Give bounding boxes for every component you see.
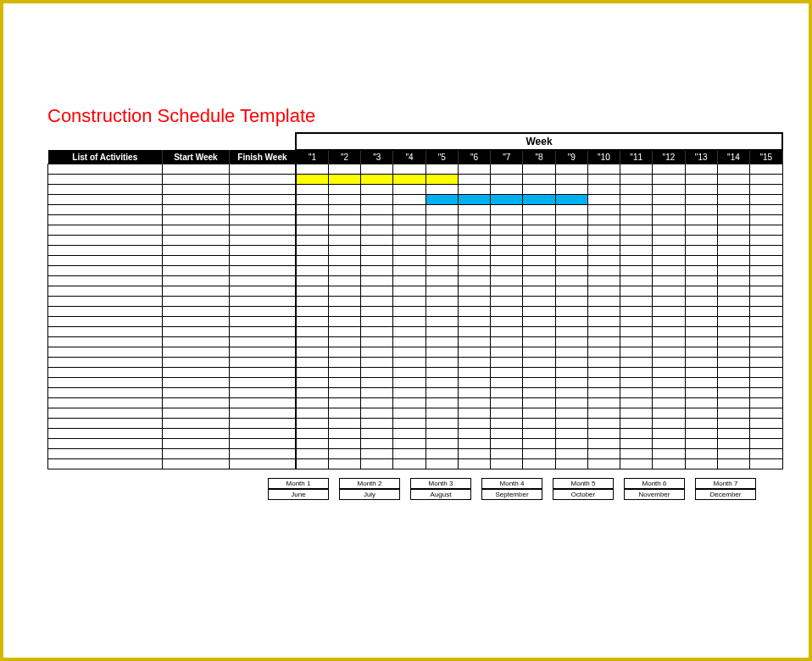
gantt-cell[interactable] [458, 175, 490, 185]
gantt-cell[interactable] [491, 286, 523, 297]
gantt-cell[interactable] [491, 246, 523, 256]
gantt-cell[interactable] [620, 276, 653, 286]
cell-activity[interactable] [48, 327, 163, 337]
gantt-cell[interactable] [393, 439, 425, 449]
gantt-cell[interactable] [491, 175, 523, 185]
gantt-cell[interactable] [523, 337, 555, 347]
gantt-cell[interactable] [425, 276, 458, 286]
gantt-cell[interactable] [458, 459, 490, 469]
cell-activity[interactable] [48, 429, 163, 439]
cell-finish[interactable] [229, 388, 296, 398]
gantt-cell[interactable] [491, 266, 523, 276]
gantt-cell[interactable] [523, 429, 555, 439]
gantt-cell[interactable] [296, 225, 328, 236]
gantt-cell[interactable] [296, 388, 328, 398]
gantt-cell[interactable] [393, 368, 425, 378]
gantt-cell[interactable] [587, 246, 620, 256]
gantt-cell[interactable] [523, 347, 555, 358]
gantt-cell[interactable] [523, 449, 555, 459]
gantt-cell[interactable] [587, 317, 620, 327]
gantt-cell[interactable] [425, 256, 458, 266]
gantt-cell[interactable] [491, 358, 523, 368]
gantt-cell[interactable] [523, 215, 555, 225]
gantt-cell[interactable] [587, 327, 620, 337]
grid-row[interactable] [48, 185, 783, 195]
cell-finish[interactable] [229, 256, 296, 266]
gantt-cell[interactable] [425, 307, 458, 317]
gantt-cell[interactable] [750, 297, 782, 307]
gantt-cell[interactable] [425, 286, 458, 297]
gantt-cell[interactable] [393, 408, 425, 419]
gantt-cell[interactable] [296, 317, 328, 327]
gantt-cell[interactable] [296, 358, 328, 368]
gantt-cell[interactable] [491, 327, 523, 337]
grid-row[interactable] [48, 164, 783, 175]
gantt-cell[interactable] [296, 246, 328, 256]
gantt-cell[interactable] [425, 266, 458, 276]
gantt-cell[interactable] [555, 408, 587, 419]
gantt-cell[interactable] [653, 378, 685, 388]
gantt-cell[interactable] [393, 297, 425, 307]
gantt-cell[interactable] [685, 205, 717, 215]
gantt-cell[interactable] [361, 236, 393, 246]
gantt-cell[interactable] [653, 368, 685, 378]
cell-activity[interactable] [48, 439, 163, 449]
gantt-cell[interactable] [361, 459, 393, 469]
gantt-cell[interactable] [620, 327, 653, 337]
gantt-cell[interactable] [361, 327, 393, 337]
gantt-cell[interactable] [296, 429, 328, 439]
cell-start[interactable] [163, 388, 230, 398]
gantt-cell[interactable] [620, 164, 653, 175]
cell-finish[interactable] [229, 449, 296, 459]
gantt-cell[interactable] [425, 358, 458, 368]
gantt-cell[interactable] [458, 358, 490, 368]
cell-finish[interactable] [229, 297, 296, 307]
gantt-cell[interactable] [555, 225, 587, 236]
gantt-cell[interactable] [555, 276, 587, 286]
gantt-cell[interactable] [328, 225, 360, 236]
gantt-cell[interactable] [750, 256, 782, 266]
gantt-cell[interactable] [491, 408, 523, 419]
gantt-cell[interactable] [523, 378, 555, 388]
gantt-cell[interactable] [458, 388, 490, 398]
gantt-cell[interactable] [750, 286, 782, 297]
gantt-cell[interactable] [361, 256, 393, 266]
gantt-cell[interactable] [458, 449, 490, 459]
gantt-cell[interactable] [653, 276, 685, 286]
cell-finish[interactable] [229, 368, 296, 378]
gantt-cell[interactable] [523, 246, 555, 256]
cell-activity[interactable] [48, 195, 163, 205]
gantt-cell[interactable] [685, 175, 717, 185]
gantt-cell[interactable] [491, 276, 523, 286]
gantt-cell[interactable] [717, 164, 749, 175]
cell-start[interactable] [163, 439, 230, 449]
gantt-cell[interactable] [620, 337, 653, 347]
gantt-cell[interactable] [425, 408, 458, 419]
gantt-cell[interactable] [425, 215, 458, 225]
cell-finish[interactable] [229, 408, 296, 419]
gantt-cell[interactable] [458, 256, 490, 266]
gantt-cell[interactable] [620, 459, 653, 469]
gantt-cell[interactable] [523, 266, 555, 276]
gantt-cell[interactable] [393, 185, 425, 195]
gantt-cell[interactable] [425, 185, 458, 195]
gantt-cell[interactable] [620, 388, 653, 398]
gantt-cell[interactable] [653, 337, 685, 347]
gantt-cell[interactable] [523, 205, 555, 215]
grid-row[interactable] [48, 449, 783, 459]
gantt-cell[interactable] [750, 358, 782, 368]
gantt-cell[interactable] [653, 408, 685, 419]
cell-start[interactable] [163, 429, 230, 439]
grid-row[interactable] [48, 205, 783, 215]
cell-start[interactable] [163, 225, 230, 236]
gantt-cell[interactable] [685, 317, 717, 327]
gantt-cell[interactable] [555, 459, 587, 469]
gantt-cell[interactable] [491, 439, 523, 449]
cell-start[interactable] [163, 449, 230, 459]
gantt-cell[interactable] [523, 388, 555, 398]
gantt-cell[interactable] [458, 347, 490, 358]
grid-row[interactable] [48, 378, 783, 388]
gantt-cell[interactable] [587, 307, 620, 317]
gantt-cell[interactable] [361, 419, 393, 429]
cell-activity[interactable] [48, 286, 163, 297]
